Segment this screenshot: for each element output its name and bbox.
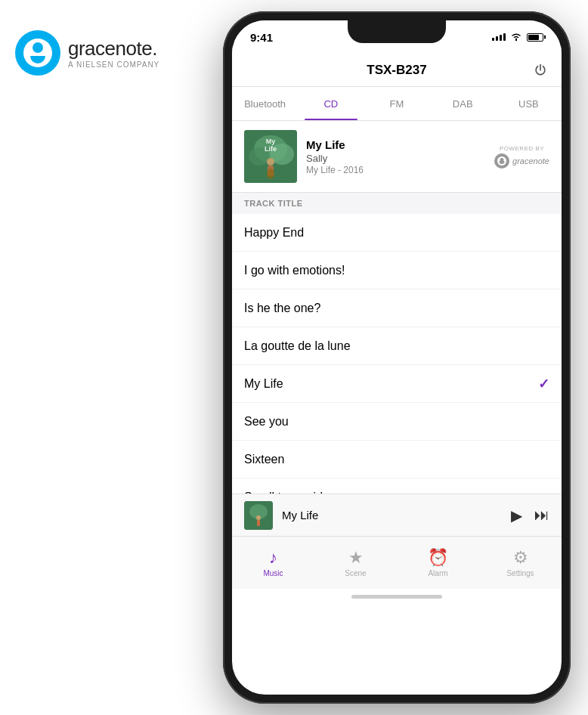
svg-point-4: [267, 158, 274, 166]
mini-player-thumbnail: [244, 501, 273, 530]
now-playing-artist: Sally: [306, 153, 485, 164]
scene-icon: ★: [348, 548, 364, 568]
album-art: My Life: [244, 130, 297, 183]
svg-point-11: [256, 515, 261, 520]
nav-item-music[interactable]: ♪ Music: [232, 548, 314, 577]
nav-item-alarm[interactable]: ⏰ Alarm: [397, 548, 479, 577]
status-time: 9:41: [250, 31, 273, 44]
tab-fm[interactable]: FM: [364, 87, 429, 120]
track-item-name: Happy End: [244, 226, 549, 240]
now-playing: My Life My Life Sally My Life - 2016 POW…: [232, 121, 562, 193]
gracenote-tagline: A NIELSEN COMPANY: [68, 60, 159, 69]
nav-item-settings[interactable]: ⚙ Settings: [479, 548, 562, 577]
track-info: My Life Sally My Life - 2016: [306, 138, 485, 175]
badge-gracenote-text: gracenote: [512, 156, 549, 166]
tab-bluetooth[interactable]: Bluetooth: [232, 87, 298, 120]
track-item-name: Sixteen: [244, 453, 549, 466]
track-item[interactable]: Small town girl: [232, 478, 562, 494]
tab-usb[interactable]: USB: [496, 87, 562, 120]
nav-item-scene[interactable]: ★ Scene: [314, 548, 397, 577]
gracenote-badge: POWERED BY gracenote: [494, 145, 549, 169]
play-button[interactable]: ▶: [511, 506, 522, 525]
bottom-nav: ♪ Music ★ Scene ⏰ Alarm ⚙ Settings: [232, 536, 562, 589]
home-bar: [351, 595, 442, 599]
svg-text:Life: Life: [265, 145, 277, 153]
gracenote-branding: gracenote. A NIELSEN COMPANY: [15, 30, 159, 76]
powered-by-label: POWERED BY: [500, 145, 544, 152]
tab-dab[interactable]: DAB: [430, 87, 496, 120]
track-item[interactable]: La goutte de la lune: [232, 327, 562, 365]
badge-circle-inner: [497, 156, 506, 166]
gracenote-name: gracenote.: [68, 37, 159, 60]
track-item[interactable]: Is he the one?: [232, 289, 562, 327]
next-button[interactable]: ⏭: [534, 506, 549, 525]
tab-cd[interactable]: CD: [298, 87, 364, 120]
gracenote-logo-inner: [23, 39, 52, 67]
track-item[interactable]: My Life✓: [232, 365, 562, 403]
nav-alarm-label: Alarm: [428, 569, 447, 577]
battery-icon: [527, 33, 543, 42]
phone-inner: 9:41: [232, 20, 562, 695]
nav-scene-label: Scene: [345, 569, 366, 577]
track-item-name: See you: [244, 415, 549, 429]
svg-rect-12: [257, 520, 260, 526]
phone-notch: [348, 20, 446, 43]
track-item-name: Small town girl: [244, 491, 549, 494]
track-item[interactable]: See you: [232, 403, 562, 441]
mini-player-controls: ▶ ⏭: [511, 506, 549, 525]
track-item-name: I go with emotions!: [244, 264, 549, 277]
badge-circle-icon: [494, 153, 509, 169]
battery-fill: [528, 35, 539, 40]
now-playing-album: My Life - 2016: [306, 165, 485, 175]
mini-player-track: My Life: [282, 509, 502, 522]
power-button[interactable]: [531, 61, 549, 79]
settings-icon: ⚙: [513, 548, 528, 568]
nav-settings-label: Settings: [506, 569, 534, 577]
now-playing-track: My Life: [306, 138, 485, 151]
svg-text:My: My: [266, 138, 276, 145]
phone-frame: 9:41: [223, 11, 571, 704]
wifi-icon: [510, 32, 522, 43]
app-header: TSX-B237: [232, 54, 562, 87]
gracenote-text: gracenote. A NIELSEN COMPANY: [68, 37, 159, 69]
svg-point-6: [267, 169, 274, 179]
status-icons: [492, 32, 543, 43]
home-indicator: [232, 589, 562, 604]
battery-tip: [544, 36, 546, 39]
gracenote-logo-icon: [15, 30, 60, 76]
source-tabs: Bluetooth CD FM DAB USB: [232, 87, 562, 121]
alarm-icon: ⏰: [428, 548, 448, 568]
track-check-icon: ✓: [538, 376, 549, 392]
track-item[interactable]: I go with emotions!: [232, 252, 562, 289]
signal-icon: [492, 33, 506, 41]
track-item-name: Is he the one?: [244, 302, 549, 315]
track-list-header: TRACK TITLE: [232, 193, 562, 214]
music-icon: ♪: [269, 548, 277, 568]
track-item-name: My Life: [244, 377, 538, 391]
mini-player: My Life ▶ ⏭: [232, 494, 562, 536]
track-item[interactable]: Happy End: [232, 214, 562, 252]
gracenote-badge-logo: gracenote: [494, 153, 549, 169]
track-list: Happy EndI go with emotions!Is he the on…: [232, 214, 562, 494]
app-title: TSX-B237: [367, 63, 426, 78]
track-item-name: La goutte de la lune: [244, 339, 549, 353]
nav-music-label: Music: [263, 569, 283, 577]
track-item[interactable]: Sixteen: [232, 441, 562, 478]
